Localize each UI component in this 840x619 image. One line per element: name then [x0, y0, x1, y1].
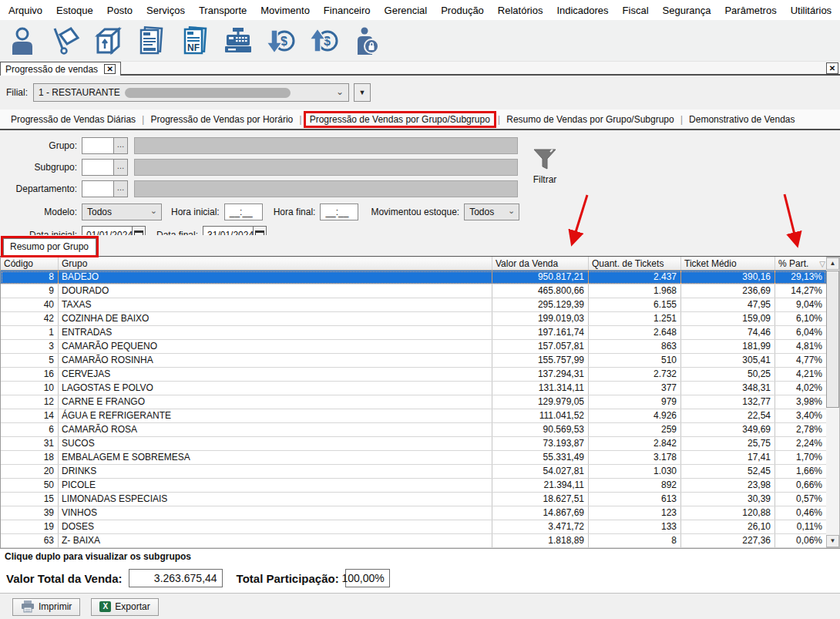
cell: 9,04%	[775, 298, 827, 311]
summary-tab-band: Resumo por Grupo	[0, 235, 840, 256]
table-row[interactable]: 19DOSES3.471,7213326,100,11%	[1, 520, 826, 534]
scroll-down-icon[interactable]: ▼	[826, 535, 839, 547]
cell: 10	[1, 382, 59, 395]
grupo-label: Grupo:	[0, 140, 77, 151]
subtab-1[interactable]: Progressão de Vendas Diárias	[6, 113, 140, 126]
scroll-up-icon[interactable]: ▲	[826, 257, 839, 270]
departamento-input[interactable]	[82, 180, 114, 197]
sort-icon[interactable]: ▽	[819, 260, 825, 268]
menu-item-parametros[interactable]: Parâmetros	[717, 2, 783, 19]
cell: LAGOSTAS E POLVO	[59, 382, 492, 395]
cell: 349,69	[681, 423, 775, 436]
menu-item-indicadores[interactable]: Indicadores	[549, 2, 615, 19]
panel-close-icon[interactable]: ✕	[826, 62, 838, 74]
cell: 0,06%	[775, 534, 827, 547]
table-row[interactable]: 9DOURADO465.800,661.968236,6914,27%	[1, 284, 826, 298]
nf-document-icon[interactable]: NF	[177, 24, 211, 58]
tab-close-icon[interactable]: ✕	[104, 64, 116, 74]
cell: 6	[1, 423, 59, 436]
vertical-scrollbar[interactable]: ▲ ▼	[826, 257, 840, 548]
scrollbar-thumb[interactable]	[826, 271, 839, 408]
departamento-browse-button[interactable]: …	[114, 180, 128, 197]
cell: 137.294,31	[492, 368, 589, 381]
table-row[interactable]: 31SUCOS73.193,872.84225,752,24%	[1, 437, 826, 451]
table-row[interactable]: 63Z- BAIXA1.818,898227,360,06%	[1, 534, 826, 548]
menu-item-utilitarios[interactable]: Utilitários	[784, 2, 838, 19]
table-row[interactable]: 42COZINHA DE BAIXO199.019,031.251159,096…	[1, 312, 826, 326]
table-row[interactable]: 6CAMARÃO ROSA90.569,53259349,692,78%	[1, 423, 826, 437]
exportar-button[interactable]: X Exportar	[91, 598, 158, 616]
tab-resumo-por-grupo[interactable]: Resumo por Grupo	[3, 238, 96, 255]
imprimir-button[interactable]: Imprimir	[12, 598, 80, 616]
table-row[interactable]: 5CAMARÃO ROSINHA155.757,99510305,414,77%	[1, 354, 826, 368]
package-icon[interactable]	[91, 24, 125, 58]
table-row[interactable]: 12CARNE E FRANGO129.979,05979132,773,98%	[1, 395, 826, 409]
user-lock-icon[interactable]	[350, 24, 384, 58]
table-row[interactable]: 20DRINKS54.027,811.03052,451,66%	[1, 465, 826, 479]
menu-item-fiscal[interactable]: Fiscal	[616, 2, 656, 19]
filial-combobox[interactable]: 1 - RESTAURANTE ⌄	[33, 83, 349, 102]
subtab-4[interactable]: Resumo de Vendas por Grupo/Subgrupo	[502, 113, 678, 126]
table-row[interactable]: 40TAXAS295.129,396.15547,959,04%	[1, 298, 826, 312]
cell: COZINHA DE BAIXO	[59, 312, 492, 325]
hora-inicial-input[interactable]: __:__	[224, 204, 263, 220]
subgrupo-browse-button[interactable]: …	[114, 159, 128, 176]
table-row[interactable]: 39VINHOS14.867,69123120,880,46%	[1, 506, 826, 520]
cell: 123	[589, 506, 681, 520]
grupo-input[interactable]	[82, 137, 114, 154]
menu-item-producao[interactable]: Produção	[434, 2, 491, 19]
column-header-ticket-medio[interactable]: Ticket Médio	[681, 257, 775, 270]
menu-item-posto[interactable]: Posto	[100, 2, 139, 19]
invoice-icon[interactable]	[134, 24, 168, 58]
table-row[interactable]: 16CERVEJAS137.294,312.73250,254,21%	[1, 368, 826, 382]
scrollbar-track[interactable]	[826, 408, 839, 535]
total-venda-value: 3.263.675,44	[129, 569, 223, 587]
table-row[interactable]: 1ENTRADAS197.161,742.64874,466,04%	[1, 326, 826, 340]
cell: 39	[1, 506, 59, 520]
cell: ENTRADAS	[59, 326, 492, 339]
money-in-icon[interactable]: $	[264, 24, 297, 58]
column-header-grupo[interactable]: Grupo	[59, 257, 492, 270]
subtab-2[interactable]: Progressão de Vendas por Horário	[146, 113, 297, 126]
column-header-quant-tickets[interactable]: Quant. de Tickets	[589, 257, 681, 270]
subtab-5[interactable]: Demonstrativo de Vendas	[684, 113, 799, 126]
menu-item-financeiro[interactable]: Financeiro	[317, 2, 378, 19]
cell: 2.437	[589, 271, 681, 284]
grupo-browse-button[interactable]: …	[114, 137, 128, 154]
money-out-icon[interactable]: $	[307, 24, 341, 58]
handtruck-icon[interactable]	[48, 24, 82, 58]
filtrar-button[interactable]: Filtrar	[527, 149, 563, 185]
menu-item-transporte[interactable]: Transporte	[192, 2, 254, 19]
cash-register-icon[interactable]	[220, 24, 254, 58]
menu-item-relatorios[interactable]: Relatórios	[491, 2, 550, 19]
movimentou-estoque-select[interactable]: Todos ⌄	[464, 204, 519, 220]
column-header-part[interactable]: % Part. ▽	[775, 257, 827, 270]
subtab-3[interactable]: Progressão de Vendas por Grupo/Subgrupo	[304, 111, 496, 128]
table-row[interactable]: 15LIMONADAS ESPECIAIS18.627,5161330,390,…	[1, 493, 826, 506]
table-row[interactable]: 14ÁGUA E REFRIGERANTE111.041,524.92622,5…	[1, 409, 826, 423]
menu-item-movimento[interactable]: Movimento	[254, 2, 317, 19]
cell: CAMARÃO ROSINHA	[59, 354, 492, 367]
customer-icon[interactable]	[5, 24, 39, 58]
menu-item-estoque[interactable]: Estoque	[49, 2, 100, 19]
menu-item-seguranca[interactable]: Segurança	[656, 2, 718, 19]
modelo-value: Todos	[87, 207, 112, 217]
subgrupo-input[interactable]	[82, 159, 114, 176]
menu-item-gerencial[interactable]: Gerencial	[378, 2, 435, 19]
column-header-codigo[interactable]: Código	[1, 257, 59, 270]
cell: 20	[1, 465, 59, 478]
table-row[interactable]: 3CAMARÃO PEQUENO157.057,81863181,994,81%	[1, 340, 826, 354]
table-row[interactable]: 8BADEJO950.817,212.437390,1629,13%	[1, 271, 826, 284]
column-header-valor-venda[interactable]: Valor da Venda	[492, 257, 589, 270]
hora-final-input[interactable]: __:__	[320, 204, 358, 220]
menu-item-servicos[interactable]: Serviços	[139, 2, 192, 19]
tab-progressao-de-vendas[interactable]: Progressão de vendas ✕	[0, 62, 121, 76]
filial-dropdown-button[interactable]: ▼	[354, 83, 371, 102]
table-row[interactable]: 10LAGOSTAS E POLVO131.314,11377348,314,0…	[1, 382, 826, 395]
cell: 4,77%	[775, 354, 827, 367]
table-row[interactable]: 50PICOLE21.394,1189223,980,66%	[1, 479, 826, 493]
menu-item-arquivo[interactable]: Arquivo	[2, 2, 49, 19]
resumo-grupo-table: Código Grupo Valor da Venda Quant. de Ti…	[0, 256, 840, 549]
modelo-select[interactable]: Todos ⌄	[82, 204, 162, 220]
table-row[interactable]: 18EMBALAGEM E SOBREMESA55.331,493.17817,…	[1, 451, 826, 465]
